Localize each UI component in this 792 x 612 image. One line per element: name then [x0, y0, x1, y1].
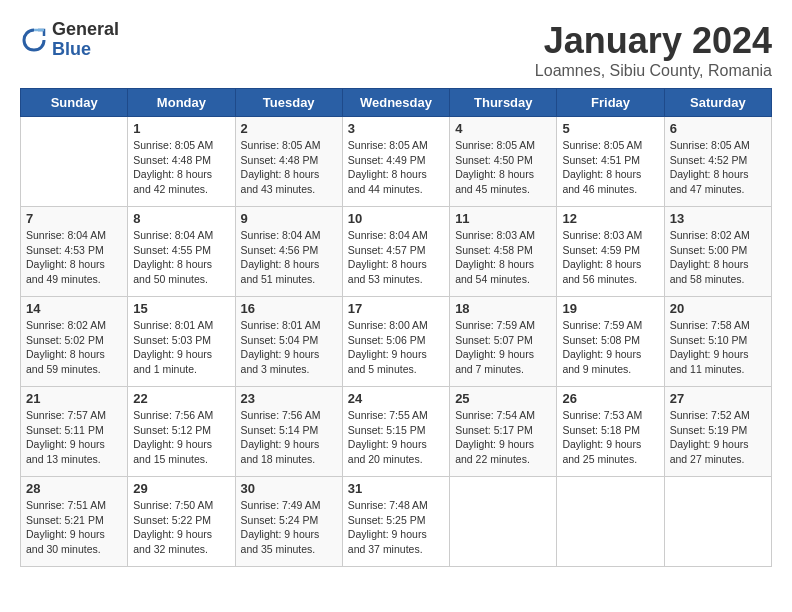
cell-content: Sunrise: 8:05 AM Sunset: 4:49 PM Dayligh… [348, 138, 444, 197]
cell-date: 14 [26, 301, 122, 316]
logo-text: General Blue [52, 20, 119, 60]
calendar-cell: 23Sunrise: 7:56 AM Sunset: 5:14 PM Dayli… [235, 387, 342, 477]
cell-date: 4 [455, 121, 551, 136]
day-header-wednesday: Wednesday [342, 89, 449, 117]
logo: General Blue [20, 20, 119, 60]
cell-date: 8 [133, 211, 229, 226]
cell-content: Sunrise: 8:01 AM Sunset: 5:04 PM Dayligh… [241, 318, 337, 377]
calendar-subtitle: Loamnes, Sibiu County, Romania [535, 62, 772, 80]
cell-date: 22 [133, 391, 229, 406]
calendar-cell: 2Sunrise: 8:05 AM Sunset: 4:48 PM Daylig… [235, 117, 342, 207]
cell-date: 17 [348, 301, 444, 316]
calendar-cell: 18Sunrise: 7:59 AM Sunset: 5:07 PM Dayli… [450, 297, 557, 387]
cell-date: 27 [670, 391, 766, 406]
cell-date: 2 [241, 121, 337, 136]
calendar-cell: 10Sunrise: 8:04 AM Sunset: 4:57 PM Dayli… [342, 207, 449, 297]
cell-content: Sunrise: 7:57 AM Sunset: 5:11 PM Dayligh… [26, 408, 122, 467]
week-row-5: 28Sunrise: 7:51 AM Sunset: 5:21 PM Dayli… [21, 477, 772, 567]
cell-date: 16 [241, 301, 337, 316]
day-header-monday: Monday [128, 89, 235, 117]
cell-date: 12 [562, 211, 658, 226]
calendar-cell: 29Sunrise: 7:50 AM Sunset: 5:22 PM Dayli… [128, 477, 235, 567]
cell-content: Sunrise: 8:02 AM Sunset: 5:02 PM Dayligh… [26, 318, 122, 377]
calendar-cell: 14Sunrise: 8:02 AM Sunset: 5:02 PM Dayli… [21, 297, 128, 387]
cell-content: Sunrise: 8:02 AM Sunset: 5:00 PM Dayligh… [670, 228, 766, 287]
cell-date: 19 [562, 301, 658, 316]
cell-date: 21 [26, 391, 122, 406]
cell-content: Sunrise: 8:01 AM Sunset: 5:03 PM Dayligh… [133, 318, 229, 377]
cell-date: 18 [455, 301, 551, 316]
cell-content: Sunrise: 7:49 AM Sunset: 5:24 PM Dayligh… [241, 498, 337, 557]
cell-date: 30 [241, 481, 337, 496]
cell-date: 1 [133, 121, 229, 136]
calendar-cell [664, 477, 771, 567]
cell-date: 7 [26, 211, 122, 226]
calendar-title: January 2024 [535, 20, 772, 62]
calendar-cell: 19Sunrise: 7:59 AM Sunset: 5:08 PM Dayli… [557, 297, 664, 387]
calendar-cell: 25Sunrise: 7:54 AM Sunset: 5:17 PM Dayli… [450, 387, 557, 477]
cell-content: Sunrise: 8:05 AM Sunset: 4:48 PM Dayligh… [133, 138, 229, 197]
calendar-cell: 9Sunrise: 8:04 AM Sunset: 4:56 PM Daylig… [235, 207, 342, 297]
cell-content: Sunrise: 7:59 AM Sunset: 5:08 PM Dayligh… [562, 318, 658, 377]
cell-date: 26 [562, 391, 658, 406]
cell-content: Sunrise: 7:55 AM Sunset: 5:15 PM Dayligh… [348, 408, 444, 467]
day-header-saturday: Saturday [664, 89, 771, 117]
logo-general-text: General [52, 20, 119, 40]
cell-content: Sunrise: 7:54 AM Sunset: 5:17 PM Dayligh… [455, 408, 551, 467]
day-header-friday: Friday [557, 89, 664, 117]
calendar-cell: 1Sunrise: 8:05 AM Sunset: 4:48 PM Daylig… [128, 117, 235, 207]
cell-date: 9 [241, 211, 337, 226]
header-row: SundayMondayTuesdayWednesdayThursdayFrid… [21, 89, 772, 117]
cell-content: Sunrise: 7:48 AM Sunset: 5:25 PM Dayligh… [348, 498, 444, 557]
cell-date: 24 [348, 391, 444, 406]
calendar-cell: 4Sunrise: 8:05 AM Sunset: 4:50 PM Daylig… [450, 117, 557, 207]
cell-content: Sunrise: 7:50 AM Sunset: 5:22 PM Dayligh… [133, 498, 229, 557]
cell-content: Sunrise: 8:05 AM Sunset: 4:50 PM Dayligh… [455, 138, 551, 197]
cell-content: Sunrise: 8:03 AM Sunset: 4:58 PM Dayligh… [455, 228, 551, 287]
cell-date: 28 [26, 481, 122, 496]
calendar-cell: 12Sunrise: 8:03 AM Sunset: 4:59 PM Dayli… [557, 207, 664, 297]
week-row-3: 14Sunrise: 8:02 AM Sunset: 5:02 PM Dayli… [21, 297, 772, 387]
cell-content: Sunrise: 8:05 AM Sunset: 4:48 PM Dayligh… [241, 138, 337, 197]
day-header-thursday: Thursday [450, 89, 557, 117]
cell-content: Sunrise: 7:53 AM Sunset: 5:18 PM Dayligh… [562, 408, 658, 467]
cell-date: 11 [455, 211, 551, 226]
cell-content: Sunrise: 7:59 AM Sunset: 5:07 PM Dayligh… [455, 318, 551, 377]
calendar-cell: 20Sunrise: 7:58 AM Sunset: 5:10 PM Dayli… [664, 297, 771, 387]
logo-blue-text: Blue [52, 40, 119, 60]
calendar-cell: 30Sunrise: 7:49 AM Sunset: 5:24 PM Dayli… [235, 477, 342, 567]
calendar-cell [21, 117, 128, 207]
calendar-cell [557, 477, 664, 567]
day-header-sunday: Sunday [21, 89, 128, 117]
calendar-cell: 5Sunrise: 8:05 AM Sunset: 4:51 PM Daylig… [557, 117, 664, 207]
cell-date: 20 [670, 301, 766, 316]
cell-content: Sunrise: 8:03 AM Sunset: 4:59 PM Dayligh… [562, 228, 658, 287]
week-row-4: 21Sunrise: 7:57 AM Sunset: 5:11 PM Dayli… [21, 387, 772, 477]
cell-content: Sunrise: 7:52 AM Sunset: 5:19 PM Dayligh… [670, 408, 766, 467]
calendar-cell: 11Sunrise: 8:03 AM Sunset: 4:58 PM Dayli… [450, 207, 557, 297]
cell-content: Sunrise: 8:00 AM Sunset: 5:06 PM Dayligh… [348, 318, 444, 377]
cell-content: Sunrise: 8:05 AM Sunset: 4:51 PM Dayligh… [562, 138, 658, 197]
calendar-cell: 21Sunrise: 7:57 AM Sunset: 5:11 PM Dayli… [21, 387, 128, 477]
calendar-cell: 16Sunrise: 8:01 AM Sunset: 5:04 PM Dayli… [235, 297, 342, 387]
calendar-cell: 3Sunrise: 8:05 AM Sunset: 4:49 PM Daylig… [342, 117, 449, 207]
cell-date: 29 [133, 481, 229, 496]
cell-content: Sunrise: 8:04 AM Sunset: 4:53 PM Dayligh… [26, 228, 122, 287]
cell-content: Sunrise: 7:51 AM Sunset: 5:21 PM Dayligh… [26, 498, 122, 557]
calendar-cell: 27Sunrise: 7:52 AM Sunset: 5:19 PM Dayli… [664, 387, 771, 477]
calendar-cell: 24Sunrise: 7:55 AM Sunset: 5:15 PM Dayli… [342, 387, 449, 477]
day-header-tuesday: Tuesday [235, 89, 342, 117]
calendar-cell: 22Sunrise: 7:56 AM Sunset: 5:12 PM Dayli… [128, 387, 235, 477]
cell-content: Sunrise: 8:04 AM Sunset: 4:56 PM Dayligh… [241, 228, 337, 287]
calendar-cell: 13Sunrise: 8:02 AM Sunset: 5:00 PM Dayli… [664, 207, 771, 297]
week-row-1: 1Sunrise: 8:05 AM Sunset: 4:48 PM Daylig… [21, 117, 772, 207]
calendar-cell: 7Sunrise: 8:04 AM Sunset: 4:53 PM Daylig… [21, 207, 128, 297]
cell-date: 25 [455, 391, 551, 406]
cell-content: Sunrise: 7:56 AM Sunset: 5:14 PM Dayligh… [241, 408, 337, 467]
calendar-cell: 6Sunrise: 8:05 AM Sunset: 4:52 PM Daylig… [664, 117, 771, 207]
calendar-cell: 31Sunrise: 7:48 AM Sunset: 5:25 PM Dayli… [342, 477, 449, 567]
calendar-cell: 15Sunrise: 8:01 AM Sunset: 5:03 PM Dayli… [128, 297, 235, 387]
cell-date: 5 [562, 121, 658, 136]
cell-date: 10 [348, 211, 444, 226]
calendar-cell: 28Sunrise: 7:51 AM Sunset: 5:21 PM Dayli… [21, 477, 128, 567]
